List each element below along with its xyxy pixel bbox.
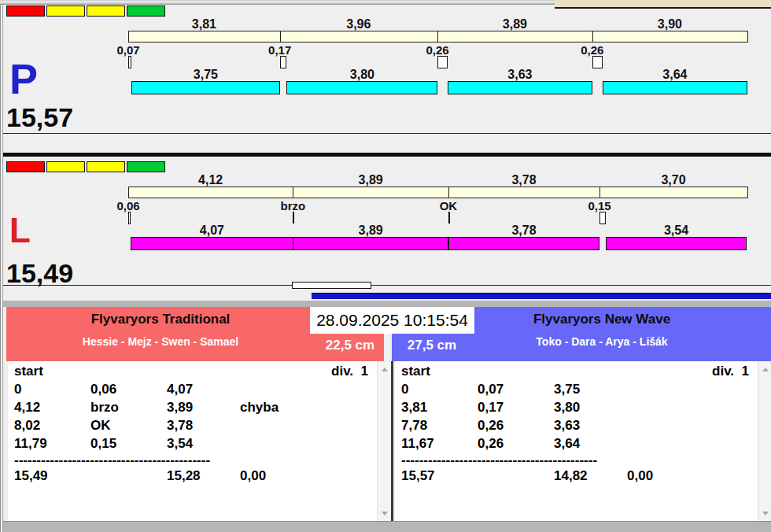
table-header-start: start xyxy=(14,364,43,379)
app-window: 3,810,073,753,960,173,803,890,263,633,90… xyxy=(0,0,771,532)
split-time-label: 3,89 xyxy=(293,173,448,187)
split-time-label: 4,12 xyxy=(128,173,293,187)
table-header-start: start xyxy=(401,364,430,379)
table-cell: 4,07 xyxy=(167,382,193,397)
leg-split-bar xyxy=(603,81,747,94)
exchange-time-box xyxy=(128,56,131,68)
lane-letter: L xyxy=(9,213,31,248)
status-block xyxy=(46,6,85,17)
leg-time-label: 3,63 xyxy=(448,68,592,82)
split-time-label: 3,81 xyxy=(128,17,280,31)
exchange-time-box xyxy=(128,212,131,224)
exchange-time-label: brzo xyxy=(266,199,319,212)
table-cell: 11,79 xyxy=(14,436,47,451)
table-cell: 3,78 xyxy=(167,418,193,433)
leg-time-label: 3,80 xyxy=(286,68,437,82)
split-segment-bar xyxy=(448,187,600,198)
split-segment-bar xyxy=(293,187,449,198)
exchange-time-label: 0,26 xyxy=(566,43,619,57)
exchange-time-box xyxy=(592,56,603,68)
table-cell: OK xyxy=(90,418,111,433)
lane-total-time: 15,49 xyxy=(6,260,73,286)
distance-label-left: 22,5 cm xyxy=(316,338,384,353)
table-cell: 3,64 xyxy=(554,436,580,451)
split-time-label: 3,90 xyxy=(592,17,747,31)
leg-time-label: 4,07 xyxy=(131,224,293,238)
exchange-time-label: 0,26 xyxy=(411,43,464,57)
distance-label-right: 27,5 cm xyxy=(398,338,466,353)
exchange-time-box xyxy=(280,56,287,68)
leg-time-label: 3,64 xyxy=(603,68,747,82)
table-total-cell: 14,82 xyxy=(554,468,588,483)
results-table-left: startdiv. 100,064,074,12brzo3,89chyba8,0… xyxy=(8,361,390,521)
split-segment-bar xyxy=(280,31,438,42)
table-cell: 0 xyxy=(401,382,408,397)
split-time-label: 3,70 xyxy=(599,173,747,187)
scroll-down-icon xyxy=(382,512,388,515)
split-segment-bar xyxy=(128,31,281,42)
table-cell: 7,78 xyxy=(401,418,427,433)
leg-time-label: 3,78 xyxy=(448,224,599,238)
table-cell: 0,06 xyxy=(90,382,116,397)
table-header-division: div. 1 xyxy=(331,364,368,379)
table-cell: 11,67 xyxy=(401,436,434,451)
split-time-label: 3,89 xyxy=(437,17,592,31)
scroll-down-icon xyxy=(762,512,769,515)
leg-split-bar xyxy=(131,81,281,94)
status-block xyxy=(127,6,165,17)
split-segment-bar xyxy=(592,31,748,42)
table-total-cell: 0,00 xyxy=(627,468,653,483)
leg-split-bar xyxy=(131,237,293,250)
progress-indicator-bar xyxy=(312,293,771,299)
status-block xyxy=(6,161,45,172)
lane-panels: 3,810,073,753,960,173,803,890,263,633,90… xyxy=(0,0,771,301)
progress-marker-box xyxy=(292,282,371,289)
split-time-label: 3,78 xyxy=(448,173,599,187)
table-cell: 0 xyxy=(14,382,21,397)
table-cell: 0,26 xyxy=(478,436,504,451)
exchange-time-label: 0,15 xyxy=(573,199,626,212)
results-table-right: startdiv. 100,073,753,810,173,807,780,26… xyxy=(395,361,771,521)
scroll-up-icon xyxy=(762,368,769,371)
table-header-division: div. 1 xyxy=(712,364,749,379)
table-cell: 8,02 xyxy=(14,418,40,433)
scroll-up-button[interactable] xyxy=(378,363,391,375)
split-segment-bar xyxy=(128,187,293,198)
table-separator: ----------------------------------------… xyxy=(401,453,597,467)
split-segment-bar xyxy=(599,187,748,198)
table-total-cell: 15,28 xyxy=(167,468,201,483)
status-block xyxy=(6,6,45,17)
leg-time-label: 3,54 xyxy=(606,224,747,238)
exchange-time-box xyxy=(599,212,606,224)
timestamp: 28.09.2025 10:15:54 xyxy=(310,307,474,334)
table-cell: chyba xyxy=(240,400,279,415)
exchange-time-box xyxy=(437,56,448,68)
panel-baseline xyxy=(3,285,771,286)
panel-divider xyxy=(3,153,771,157)
table-cell: 0,07 xyxy=(478,382,504,397)
leg-split-bar xyxy=(448,81,592,94)
table-scrollbar[interactable] xyxy=(758,361,771,521)
scroll-up-button[interactable] xyxy=(758,363,771,375)
table-cell: 0,15 xyxy=(90,436,116,451)
split-time-label: 3,96 xyxy=(280,17,437,31)
split-segment-bar xyxy=(437,31,593,42)
leg-time-label: 3,75 xyxy=(131,68,281,82)
table-total-cell: 15,57 xyxy=(401,468,435,483)
exchange-tick xyxy=(448,212,450,224)
table-cell: 0,26 xyxy=(478,418,504,433)
exchange-time-label: 0,06 xyxy=(101,199,155,212)
table-cell: 3,75 xyxy=(554,382,580,397)
table-cell: brzo xyxy=(90,400,119,415)
table-cell: 3,89 xyxy=(167,400,193,415)
table-cell: 3,63 xyxy=(554,418,580,433)
lane-panel-P: 3,810,073,753,960,173,803,890,263,633,90… xyxy=(0,0,771,301)
table-scrollbar[interactable] xyxy=(377,361,390,521)
scroll-down-button[interactable] xyxy=(758,507,771,519)
team-subtitle: Hessie - Mejz - Swen - Samael xyxy=(6,335,315,348)
exchange-time-label: 0,17 xyxy=(253,43,307,57)
table-divider xyxy=(391,361,393,521)
scroll-down-button[interactable] xyxy=(378,507,391,519)
lane-letter: P xyxy=(9,57,38,100)
lane-panel-L: 4,120,064,073,89brzo3,893,78OK3,783,700,… xyxy=(0,0,771,301)
